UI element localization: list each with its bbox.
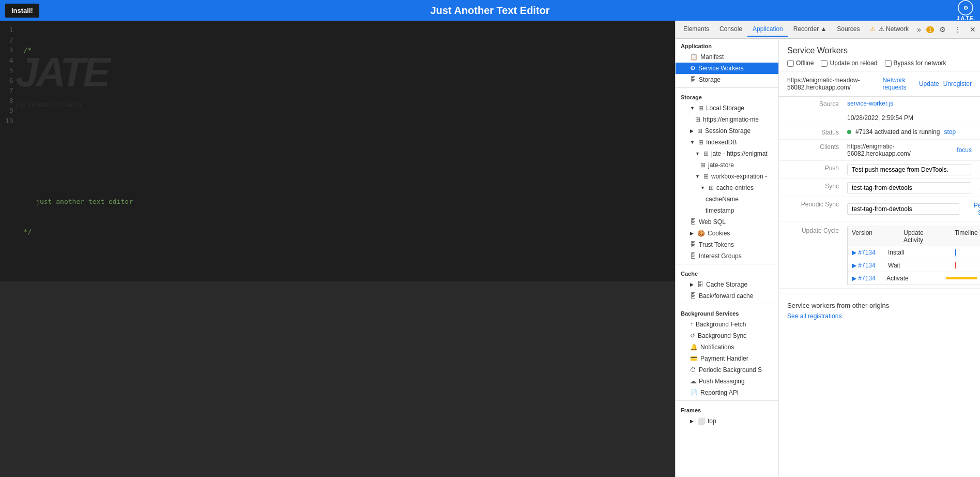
other-origins-title: Service workers from other origins bbox=[787, 302, 972, 309]
tab-elements[interactable]: Elements bbox=[678, 22, 714, 37]
timeline-dot-install bbox=[955, 249, 956, 256]
update-link[interactable]: Update bbox=[919, 80, 939, 87]
unregister-link[interactable]: Unregister bbox=[943, 80, 972, 87]
uc-activity-install: Install bbox=[888, 249, 950, 256]
sidebar-item-session-storage[interactable]: ▶ ⊞ Session Storage bbox=[676, 125, 778, 137]
bg-fetch-icon: ↑ bbox=[690, 321, 693, 328]
tab-console[interactable]: Console bbox=[714, 22, 747, 37]
editor-wrapper: JATE just another text editor 12345 6789… bbox=[0, 21, 675, 477]
focus-link[interactable]: focus bbox=[957, 146, 972, 154]
sidebar-item-local-storage[interactable]: ▼ ⊞ Local Storage bbox=[676, 102, 778, 114]
interest-groups-icon: 🗄 bbox=[690, 252, 696, 260]
sidebar-item-timestamp[interactable]: timestamp bbox=[676, 205, 778, 216]
update-on-reload-checkbox[interactable] bbox=[821, 60, 828, 67]
more-tabs-button[interactable]: » bbox=[914, 23, 924, 36]
sidebar-item-cache-storage[interactable]: ▶ 🗄 Cache Storage bbox=[676, 279, 778, 290]
sidebar-item-trust-tokens[interactable]: 🗄 Trust Tokens bbox=[676, 239, 778, 250]
tab-network[interactable]: ⚠ ⚠ Network bbox=[865, 22, 914, 37]
bypass-network-checkbox[interactable] bbox=[885, 60, 892, 67]
timeline-dot-wait bbox=[955, 262, 956, 269]
status-label: Status bbox=[787, 128, 839, 136]
local-storage-icon: ⊞ bbox=[698, 105, 703, 112]
offline-checkbox-label[interactable]: Offline bbox=[787, 59, 814, 67]
sidebar: Application 📋 Manifest ⚙ Service Workers… bbox=[676, 39, 779, 477]
app-title: Just Another Text Editor bbox=[430, 5, 549, 17]
uc-row-install: ▶ #7134 Install bbox=[848, 246, 980, 259]
sidebar-item-cache-entries[interactable]: ▼ ⊞ cache-entries bbox=[676, 182, 778, 193]
uc-col-version: Version bbox=[852, 229, 872, 244]
sidebar-item-manifest[interactable]: 📋 Manifest bbox=[676, 51, 778, 63]
triangle-icon-2: ▶ bbox=[690, 128, 694, 133]
sync-button[interactable]: Sync bbox=[975, 183, 980, 193]
sidebar-item-workbox[interactable]: ▼ ⊞ workbox-expiration - bbox=[676, 171, 778, 182]
sidebar-item-indexeddb[interactable]: ▼ ⊞ IndexedDB bbox=[676, 137, 778, 148]
uc-col-activity: Update Activity bbox=[904, 229, 924, 244]
tab-application[interactable]: Application bbox=[747, 22, 788, 37]
status-row: Status #7134 activated and is running st… bbox=[779, 125, 980, 140]
close-devtools-button[interactable]: ✕ bbox=[967, 23, 979, 36]
sidebar-item-cookies[interactable]: ▶ 🍪 Cookies bbox=[676, 228, 778, 239]
divider-4 bbox=[676, 400, 778, 401]
uc-timeline-install bbox=[950, 249, 977, 256]
divider-1 bbox=[676, 87, 778, 88]
sidebar-item-backforward[interactable]: 🗄 Back/forward cache bbox=[676, 290, 778, 302]
received-label bbox=[787, 114, 839, 115]
sidebar-item-storage[interactable]: 🗄 Storage bbox=[676, 74, 778, 85]
payment-handler-icon: 💳 bbox=[690, 355, 698, 362]
uc-version-wait[interactable]: ▶ #7134 bbox=[852, 262, 888, 269]
see-all-registrations-link[interactable]: See all registrations bbox=[787, 312, 841, 320]
sidebar-item-reporting-api[interactable]: 📄 Reporting API bbox=[676, 387, 778, 398]
sidebar-item-jate-store[interactable]: ⊞ jate-store bbox=[676, 159, 778, 171]
more-options-button[interactable]: ⋮ bbox=[951, 23, 964, 36]
triangle-icon-9: ▶ bbox=[690, 419, 694, 424]
editor-content[interactable]: /* just another text editor */ bbox=[19, 21, 675, 281]
logo-area: ⚙ J.A.T.E. bbox=[956, 0, 975, 21]
sidebar-item-local-storage-child[interactable]: ⊞ https://enigmatic-me bbox=[676, 114, 778, 125]
cache-storage-icon: 🗄 bbox=[697, 281, 703, 288]
top-bar: Install! Just Another Text Editor ⚙ J.A.… bbox=[0, 0, 980, 21]
push-button[interactable]: Push bbox=[975, 165, 980, 175]
sidebar-item-cachename[interactable]: cacheName bbox=[676, 193, 778, 205]
divider-2 bbox=[676, 264, 778, 264]
sync-input[interactable] bbox=[847, 182, 971, 193]
offline-checkbox[interactable] bbox=[787, 60, 794, 67]
periodic-sync-button[interactable]: Periodic Sync bbox=[963, 200, 980, 218]
sidebar-item-websql[interactable]: 🗄 Web SQL bbox=[676, 216, 778, 228]
sidebar-item-bg-sync[interactable]: ↺ Background Sync bbox=[676, 330, 778, 341]
sidebar-item-notifications[interactable]: 🔔 Notifications bbox=[676, 341, 778, 353]
uc-activity-wait: Wait bbox=[888, 262, 950, 269]
source-file-link[interactable]: service-worker.js bbox=[847, 100, 893, 107]
triangle-icon-8: ▶ bbox=[690, 282, 694, 287]
tab-sources[interactable]: Sources bbox=[832, 22, 865, 37]
uc-timeline-wait bbox=[950, 262, 977, 269]
network-requests-link[interactable]: Network requests bbox=[882, 77, 915, 91]
sidebar-item-bg-fetch[interactable]: ↑ Background Fetch bbox=[676, 319, 778, 330]
sidebar-item-service-workers[interactable]: ⚙ Service Workers bbox=[676, 63, 778, 74]
editor[interactable]: 12345 678910 /* just another text editor… bbox=[0, 21, 675, 281]
periodic-sync-input[interactable] bbox=[847, 203, 959, 215]
sidebar-item-push-messaging[interactable]: ☁ Push Messaging bbox=[676, 376, 778, 387]
received-value: 10/28/2022, 2:59:54 PM bbox=[847, 114, 972, 122]
sidebar-item-top[interactable]: ▶ ⬜ top bbox=[676, 415, 778, 427]
uc-version-install[interactable]: ▶ #7134 bbox=[852, 249, 888, 256]
sidebar-item-jate[interactable]: ▼ ⊞ jate - https://enigmat bbox=[676, 148, 778, 159]
tab-recorder[interactable]: Recorder ▲ bbox=[788, 22, 832, 37]
jate-store-icon: ⊞ bbox=[700, 161, 706, 169]
uc-timeline-activate bbox=[946, 277, 977, 279]
install-button[interactable]: Install! bbox=[5, 4, 39, 18]
update-on-reload-label[interactable]: Update on reload bbox=[821, 59, 877, 67]
bypass-network-label[interactable]: Bypass for network bbox=[885, 59, 946, 67]
sidebar-item-interest-groups[interactable]: 🗄 Interest Groups bbox=[676, 250, 778, 262]
stop-link[interactable]: stop bbox=[944, 128, 956, 136]
settings-button[interactable]: ⚙ bbox=[936, 23, 949, 36]
sidebar-item-periodic-bg[interactable]: ⏱ Periodic Background S bbox=[676, 364, 778, 376]
warn-icon: ⚠ bbox=[870, 25, 876, 33]
push-input[interactable] bbox=[847, 164, 971, 175]
sidebar-item-payment-handler[interactable]: 💳 Payment Handler bbox=[676, 353, 778, 364]
main-area: JATE just another text editor 12345 6789… bbox=[0, 21, 980, 477]
uc-version-activate[interactable]: ▶ #7134 bbox=[852, 275, 886, 282]
local-storage-child-icon: ⊞ bbox=[695, 116, 700, 123]
sync-label: Sync bbox=[787, 182, 839, 190]
devtools-tab-icons: » 1 ⚙ ⋮ ✕ ⊡ ⊞ bbox=[914, 23, 980, 36]
line-numbers: 12345 678910 bbox=[0, 21, 19, 281]
